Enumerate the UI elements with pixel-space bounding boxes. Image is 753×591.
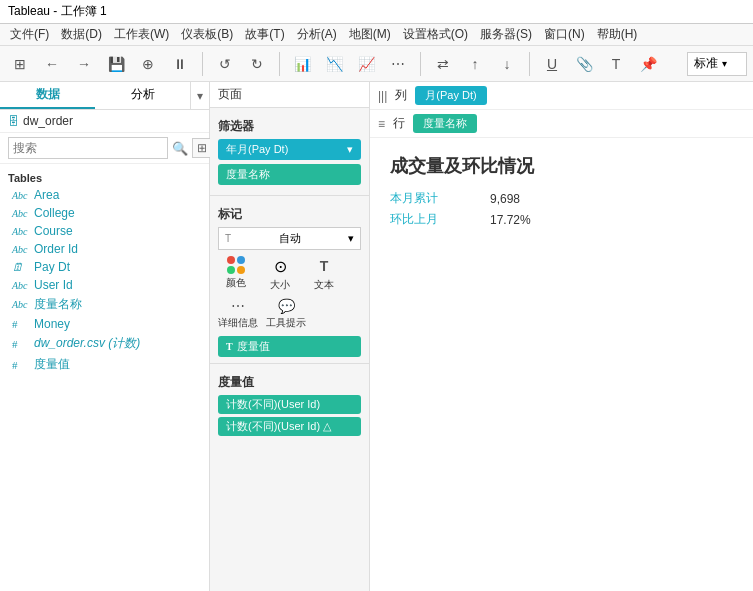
search-input[interactable] bbox=[8, 137, 168, 159]
field-measure-name[interactable]: Abc 度量名称 bbox=[8, 294, 201, 315]
menu-server[interactable]: 服务器(S) bbox=[474, 24, 538, 45]
tab-data[interactable]: 数据 bbox=[0, 82, 95, 109]
measure-values-label: 度量值 bbox=[218, 370, 361, 395]
toolbar-save-btn[interactable]: 💾 bbox=[102, 50, 130, 78]
toolbar-redo-btn[interactable]: ↻ bbox=[243, 50, 271, 78]
field-college[interactable]: Abc College bbox=[8, 204, 201, 222]
menu-file[interactable]: 文件(F) bbox=[4, 24, 55, 45]
search-icon[interactable]: 🔍 bbox=[172, 141, 188, 156]
app-title: Tableau - 工作簿 1 bbox=[8, 3, 107, 20]
measure-pill-2[interactable]: 计数(不同)(User Id) △ bbox=[218, 417, 361, 436]
toolbar-add-ds-btn[interactable]: ⊕ bbox=[134, 50, 162, 78]
marks-tooltip[interactable]: 💬 工具提示 bbox=[266, 298, 306, 330]
color-icon bbox=[227, 256, 245, 274]
marks-type-dropdown[interactable]: T 自动 ▾ bbox=[218, 227, 361, 250]
toolbar-undo-btn[interactable]: ↺ bbox=[211, 50, 239, 78]
tab-dropdown[interactable]: ▾ bbox=[190, 82, 209, 109]
field-type-orderid: Abc bbox=[12, 244, 30, 255]
measure-pill-1[interactable]: 计数(不同)(User Id) bbox=[218, 395, 361, 414]
field-name-money: Money bbox=[34, 317, 70, 331]
field-name-csv-count: dw_order.csv (计数) bbox=[34, 335, 140, 352]
toolbar-pin-btn[interactable]: 📌 bbox=[634, 50, 662, 78]
marks-type-icon: T bbox=[225, 233, 231, 244]
field-type-college: Abc bbox=[12, 208, 30, 219]
menu-data[interactable]: 数据(D) bbox=[55, 24, 108, 45]
field-name-area: Area bbox=[34, 188, 59, 202]
toolbar-chart4-btn[interactable]: ⋯ bbox=[384, 50, 412, 78]
list-view-btn[interactable]: ⊞ bbox=[192, 138, 212, 158]
field-type-course: Abc bbox=[12, 226, 30, 237]
field-type-measure-val: # bbox=[12, 359, 30, 371]
toolbar-clip-btn[interactable]: 📎 bbox=[570, 50, 598, 78]
field-userid[interactable]: Abc User Id bbox=[8, 276, 201, 294]
marks-color[interactable]: 颜色 bbox=[218, 256, 254, 292]
toolbar-back-btn[interactable]: ← bbox=[38, 50, 66, 78]
field-csv-count[interactable]: # dw_order.csv (计数) bbox=[8, 333, 201, 354]
field-measure-val[interactable]: # 度量值 bbox=[8, 354, 201, 375]
marks-dropdown-arrow: ▾ bbox=[348, 232, 354, 245]
toolbar-chart3-btn[interactable]: 📈 bbox=[352, 50, 380, 78]
tooltip-label: 工具提示 bbox=[266, 316, 306, 330]
field-paydt[interactable]: 🗓 Pay Dt bbox=[8, 258, 201, 276]
toolbar-forward-btn[interactable]: → bbox=[70, 50, 98, 78]
field-type-paydt: 🗓 bbox=[12, 261, 30, 273]
data-source-icon: 🗄 bbox=[8, 115, 19, 127]
detail-icon: ⋯ bbox=[231, 298, 245, 314]
field-money[interactable]: # Money bbox=[8, 315, 201, 333]
field-area[interactable]: Abc Area bbox=[8, 186, 201, 204]
toolbar-chart2-btn[interactable]: 📉 bbox=[320, 50, 348, 78]
toolbar-grid-btn[interactable]: ⊞ bbox=[6, 50, 34, 78]
col-pill[interactable]: 月(Pay Dt) bbox=[415, 86, 486, 105]
menu-dashboard[interactable]: 仪表板(B) bbox=[175, 24, 239, 45]
search-bar: 🔍 ⊞ bbox=[0, 133, 209, 164]
measure-values-section: 度量值 计数(不同)(User Id) 计数(不同)(User Id) △ bbox=[210, 363, 369, 445]
data-source-name: dw_order bbox=[23, 114, 73, 128]
tab-analysis[interactable]: 分析 bbox=[95, 82, 190, 109]
marks-detail[interactable]: ⋯ 详细信息 bbox=[218, 298, 258, 330]
field-name-orderid: Order Id bbox=[34, 242, 78, 256]
tooltip-icon: 💬 bbox=[278, 298, 295, 314]
menu-window[interactable]: 窗口(N) bbox=[538, 24, 591, 45]
toolbar-pause-btn[interactable]: ⏸ bbox=[166, 50, 194, 78]
main-layout: 数据 分析 ▾ 🗄 dw_order 🔍 ⊞ Tables Abc Area A… bbox=[0, 82, 753, 591]
filter-year-month[interactable]: 年月(Pay Dt) ▾ bbox=[218, 139, 361, 160]
marks-text[interactable]: T 文本 bbox=[306, 256, 342, 292]
toolbar-dropdown-arrow: ▾ bbox=[722, 58, 727, 69]
field-type-measure-name: Abc bbox=[12, 299, 30, 310]
field-name-userid: User Id bbox=[34, 278, 73, 292]
toolbar-view-dropdown[interactable]: 标准 ▾ bbox=[687, 52, 747, 76]
marks-measure-pill[interactable]: T 度量值 bbox=[218, 336, 361, 357]
row-pill[interactable]: 度量名称 bbox=[413, 114, 477, 133]
toolbar-sort-desc-btn[interactable]: ↓ bbox=[493, 50, 521, 78]
toolbar-swap-btn[interactable]: ⇄ bbox=[429, 50, 457, 78]
toolbar-underline-btn[interactable]: U bbox=[538, 50, 566, 78]
chart-metric-1: 本月累计 9,698 bbox=[390, 190, 733, 207]
toolbar-text-btn[interactable]: T bbox=[602, 50, 630, 78]
field-type-area: Abc bbox=[12, 190, 30, 201]
center-panel: 页面 筛选器 年月(Pay Dt) ▾ 度量名称 标记 T 自动 ▾ bbox=[210, 82, 370, 591]
menu-analysis[interactable]: 分析(A) bbox=[291, 24, 343, 45]
col-label: 列 bbox=[395, 87, 407, 104]
menu-worksheet[interactable]: 工作表(W) bbox=[108, 24, 175, 45]
menu-help[interactable]: 帮助(H) bbox=[591, 24, 644, 45]
toolbar-chart1-btn[interactable]: 📊 bbox=[288, 50, 316, 78]
toolbar-sep4 bbox=[529, 52, 530, 76]
field-orderid[interactable]: Abc Order Id bbox=[8, 240, 201, 258]
right-panel: ||| 列 月(Pay Dt) ≡ 行 度量名称 成交量及环比情况 本月累计 9… bbox=[370, 82, 753, 591]
field-type-userid: Abc bbox=[12, 280, 30, 291]
menu-story[interactable]: 故事(T) bbox=[239, 24, 290, 45]
filters-label: 筛选器 bbox=[218, 114, 361, 139]
toolbar-sort-asc-btn[interactable]: ↑ bbox=[461, 50, 489, 78]
menu-format[interactable]: 设置格式(O) bbox=[397, 24, 474, 45]
field-name-measure-val: 度量值 bbox=[34, 356, 70, 373]
tables-section: Tables Abc Area Abc College Abc Course A… bbox=[0, 164, 209, 591]
data-source-row[interactable]: 🗄 dw_order bbox=[0, 110, 209, 133]
tables-label: Tables bbox=[8, 168, 201, 186]
color-label: 颜色 bbox=[226, 276, 246, 290]
marks-size[interactable]: ⊙ 大小 bbox=[262, 256, 298, 292]
filter-measure-name[interactable]: 度量名称 bbox=[218, 164, 361, 185]
menu-map[interactable]: 地图(M) bbox=[343, 24, 397, 45]
right-col-shelf: ||| 列 月(Pay Dt) bbox=[370, 82, 753, 110]
field-name-paydt: Pay Dt bbox=[34, 260, 70, 274]
field-course[interactable]: Abc Course bbox=[8, 222, 201, 240]
